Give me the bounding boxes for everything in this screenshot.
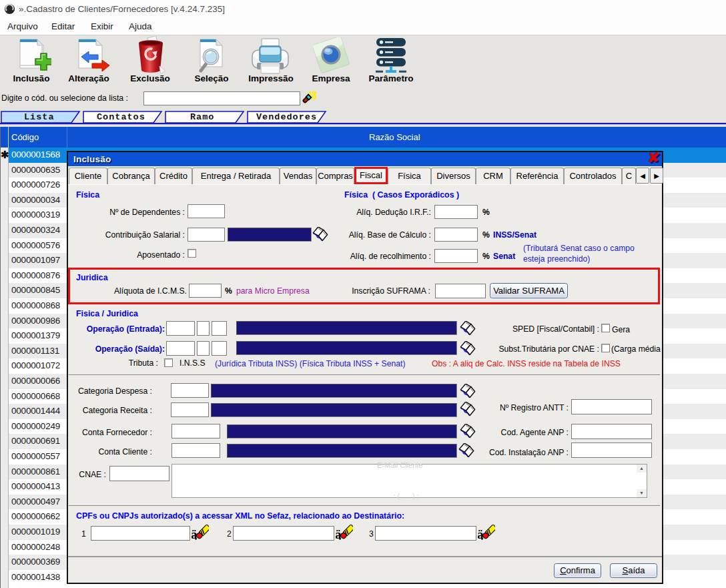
- svg-text:ä: ä: [336, 527, 342, 541]
- svg-text:ä: ä: [478, 527, 484, 541]
- svg-text:ä: ä: [192, 527, 198, 541]
